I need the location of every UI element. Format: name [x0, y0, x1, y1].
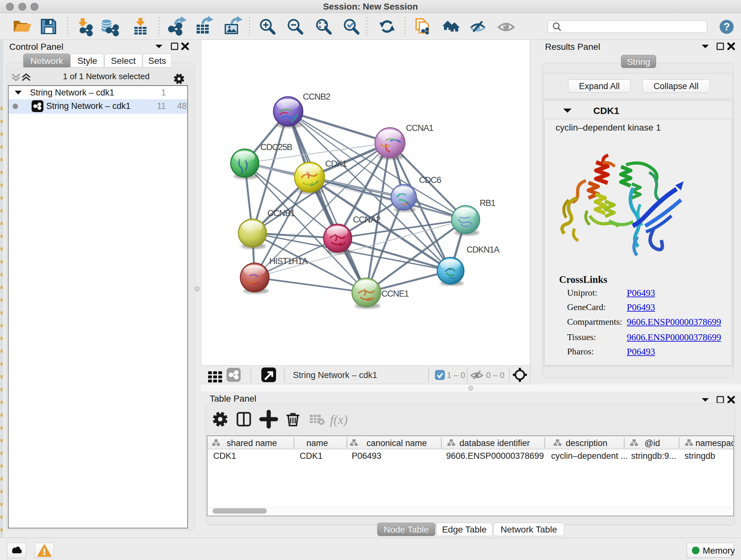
svg-text:HIST1H1A: HIST1H1A: [269, 256, 308, 266]
svg-text:CDKN1A: CDKN1A: [467, 245, 500, 254]
svg-text:CCNB1: CCNB1: [267, 208, 295, 218]
svg-text:CDK1: CDK1: [325, 159, 347, 169]
svg-text:?: ?: [724, 21, 730, 33]
svg-text:CCNE1: CCNE1: [381, 289, 409, 299]
svg-text:RB1: RB1: [480, 198, 495, 208]
svg-text:description: description: [566, 438, 608, 448]
svg-text:1 – 0: 1 – 0: [447, 370, 465, 380]
svg-text:CCNB2: CCNB2: [303, 92, 330, 102]
svg-text:CCNA2: CCNA2: [353, 215, 381, 225]
svg-text:Memory: Memory: [703, 546, 735, 556]
svg-text:namespace: namespace: [695, 438, 733, 448]
svg-text:database identifier: database identifier: [460, 438, 530, 448]
svg-text:CDC6: CDC6: [419, 175, 441, 185]
svg-text:CDC25B: CDC25B: [260, 142, 292, 152]
svg-text:@id: @id: [645, 438, 660, 448]
svg-text:canonical name: canonical name: [366, 438, 427, 448]
svg-text:CCNA1: CCNA1: [406, 123, 433, 133]
svg-text:0 – 0: 0 – 0: [486, 370, 504, 380]
svg-text:String Network – cdk1: String Network – cdk1: [293, 370, 377, 380]
svg-text:name: name: [307, 438, 328, 448]
svg-text:Session: New Session: Session: New Session: [323, 2, 418, 11]
svg-text:shared name: shared name: [226, 438, 277, 448]
svg-text:f(x): f(x): [330, 413, 348, 427]
